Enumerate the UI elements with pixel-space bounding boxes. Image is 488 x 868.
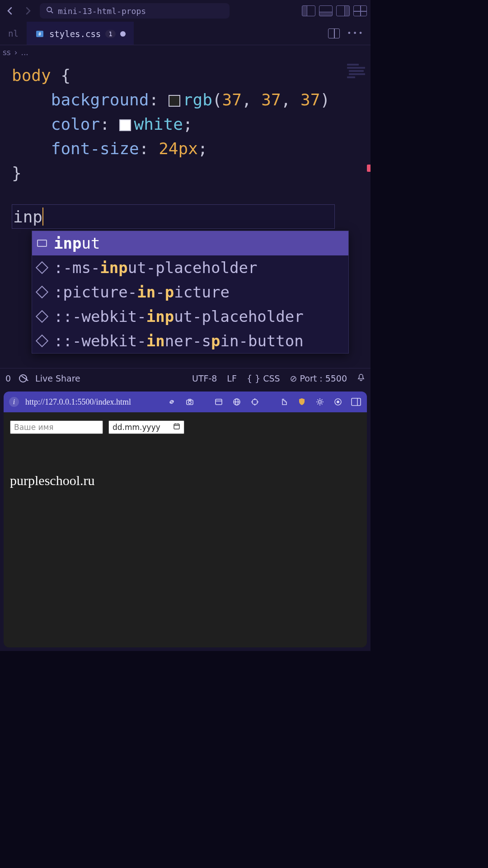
command-search[interactable]: mini-13-html-props bbox=[40, 3, 230, 19]
symbol-icon bbox=[37, 335, 47, 346]
split-editor-icon[interactable] bbox=[328, 28, 340, 38]
status-eol[interactable]: LF bbox=[227, 373, 237, 383]
tab-bar: nl # styles.css 1 ••• bbox=[0, 22, 371, 45]
project-name: mini-13-html-props bbox=[58, 6, 146, 16]
brand-text: purpleschool.ru bbox=[10, 473, 361, 488]
code-editor[interactable]: body { background: rgb(37, 37, 37) color… bbox=[0, 60, 371, 368]
tab-problem-badge: 1 bbox=[105, 30, 115, 38]
live-share-icon[interactable] bbox=[19, 374, 27, 382]
browser-toolbar: i http://127.0.0.1:5500/index.html bbox=[4, 392, 367, 412]
svg-point-5 bbox=[188, 401, 191, 404]
placeholder-text: dd.mm.yyyy bbox=[113, 423, 160, 432]
suggestion-item[interactable]: ::-webkit-input-placeholder bbox=[32, 304, 348, 329]
layout-grid-icon[interactable] bbox=[353, 5, 367, 16]
svg-point-0 bbox=[47, 7, 52, 12]
bell-icon[interactable] bbox=[357, 373, 365, 383]
symbol-icon bbox=[37, 311, 47, 322]
globe-icon[interactable] bbox=[231, 396, 242, 407]
extension-icon[interactable] bbox=[278, 396, 289, 407]
status-live-share[interactable]: Live Share bbox=[35, 373, 80, 383]
breadcrumb[interactable]: ss › ... bbox=[0, 45, 371, 60]
tab-filename: styles.css bbox=[49, 29, 101, 39]
suggestion-item[interactable]: input bbox=[32, 231, 348, 255]
status-port[interactable]: ⊘ Port : 5500 bbox=[290, 373, 347, 383]
snippet-icon bbox=[37, 238, 47, 249]
target-icon[interactable] bbox=[249, 396, 260, 407]
tab-styles-css[interactable]: # styles.css 1 bbox=[27, 22, 134, 45]
panel-right-icon[interactable] bbox=[336, 5, 350, 16]
suggestion-item[interactable]: :picture-in-picture bbox=[32, 280, 348, 304]
tab-label: nl bbox=[8, 28, 19, 38]
color-swatch-icon[interactable] bbox=[169, 95, 180, 107]
link-icon[interactable] bbox=[166, 396, 177, 407]
svg-point-17 bbox=[319, 401, 321, 403]
site-info-icon[interactable]: i bbox=[9, 397, 19, 407]
panel-bottom-icon[interactable] bbox=[319, 5, 333, 16]
suggestion-item[interactable]: ::-webkit-inner-spin-button bbox=[32, 329, 348, 353]
svg-rect-22 bbox=[174, 424, 179, 429]
more-actions-icon[interactable]: ••• bbox=[347, 29, 364, 38]
breadcrumb-part: ss bbox=[3, 48, 11, 57]
svg-point-19 bbox=[337, 401, 339, 403]
nav-back-icon[interactable] bbox=[4, 5, 16, 17]
svg-rect-7 bbox=[216, 399, 222, 405]
address-url[interactable]: http://127.0.0.1:5500/index.html bbox=[25, 397, 131, 407]
record-icon[interactable] bbox=[333, 396, 343, 407]
window-icon[interactable] bbox=[213, 396, 224, 407]
css-file-icon: # bbox=[35, 29, 45, 39]
status-encoding[interactable]: UTF-8 bbox=[192, 373, 217, 383]
status-left-num[interactable]: 0 bbox=[5, 373, 11, 383]
code-content: body { background: rgb(37, 37, 37) color… bbox=[0, 60, 371, 185]
browser-page: Ваше имя dd.mm.yyyy purpleschool.ru bbox=[4, 412, 367, 647]
titlebar: mini-13-html-props bbox=[0, 0, 371, 22]
placeholder-text: Ваше имя bbox=[14, 423, 54, 432]
shield-icon[interactable] bbox=[296, 396, 307, 407]
current-line[interactable]: inp bbox=[12, 204, 335, 229]
unsaved-indicator-icon bbox=[120, 31, 126, 37]
symbol-icon bbox=[37, 287, 47, 297]
sidepanel-icon[interactable] bbox=[351, 396, 361, 407]
name-input[interactable]: Ваше имя bbox=[10, 420, 103, 434]
error-marker-icon[interactable] bbox=[367, 165, 371, 172]
intellisense-popup: input :-ms-input-placeholder :picture-in… bbox=[32, 231, 349, 354]
svg-text:#: # bbox=[38, 32, 41, 37]
search-icon bbox=[46, 6, 53, 15]
status-bar: 0 Live Share UTF-8 LF { } CSS ⊘ Port : 5… bbox=[0, 368, 371, 388]
svg-rect-20 bbox=[352, 398, 361, 406]
browser-preview: i http://127.0.0.1:5500/index.html В bbox=[4, 392, 367, 647]
tab-inactive[interactable]: nl bbox=[0, 22, 27, 45]
calendar-icon[interactable] bbox=[173, 423, 180, 432]
layout-controls bbox=[302, 5, 367, 16]
panel-left-icon[interactable] bbox=[302, 5, 315, 16]
suggestion-item[interactable]: :-ms-input-placeholder bbox=[32, 255, 348, 280]
typed-text: inp bbox=[13, 208, 42, 226]
svg-line-1 bbox=[51, 11, 53, 13]
camera-icon[interactable] bbox=[184, 396, 195, 407]
date-input[interactable]: dd.mm.yyyy bbox=[108, 420, 184, 434]
symbol-icon bbox=[37, 262, 47, 273]
nav-forward-icon bbox=[22, 5, 34, 17]
gear-icon[interactable] bbox=[314, 396, 325, 407]
color-swatch-icon[interactable] bbox=[119, 119, 131, 131]
breadcrumb-part: ... bbox=[21, 48, 28, 57]
chevron-right-icon: › bbox=[14, 48, 18, 57]
minimap[interactable] bbox=[347, 62, 367, 90]
cursor-icon bbox=[42, 208, 43, 226]
status-language[interactable]: { } CSS bbox=[247, 373, 280, 383]
